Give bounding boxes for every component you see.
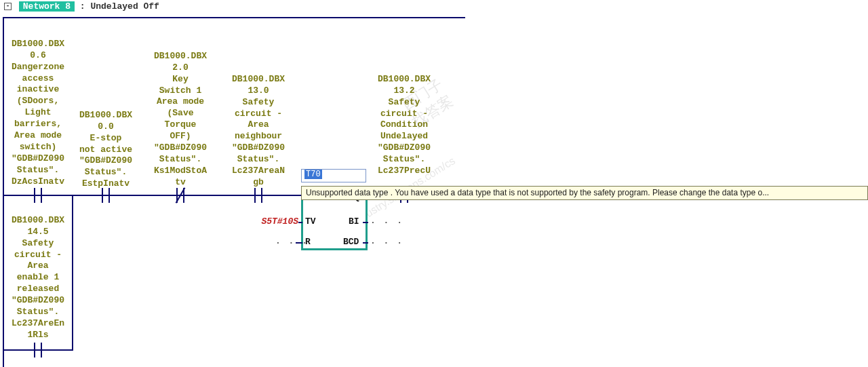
label-c2: DB1000.DBX 0.0 E-stop not active "GDB#DZ… bbox=[68, 110, 143, 190]
timer-operand-value: T70 bbox=[304, 170, 322, 179]
dots-bi: . . . bbox=[370, 216, 403, 227]
dots-r: . . . bbox=[275, 236, 309, 248]
stub-tv bbox=[298, 222, 302, 223]
network-header: - Network 8 : Undelayed Off bbox=[0, 0, 868, 14]
contact-dzacsinatv[interactable] bbox=[24, 188, 52, 203]
stub-bcd bbox=[363, 242, 368, 244]
label-c1: DB1000.DBX 0.6 Dangerzone access inactiv… bbox=[1, 39, 75, 188]
error-tooltip-text: Unsupported data type . You have used a … bbox=[306, 188, 769, 197]
label-c5: DB1000.DBX 13.2 Safety circuit - Conditi… bbox=[367, 74, 441, 177]
label-c3: DB1000.DBX 2.0 Key Switch 1 Area mode (S… bbox=[143, 51, 218, 189]
contact-lc237areen1rls[interactable] bbox=[24, 343, 52, 358]
network-label[interactable]: Network 8 bbox=[19, 1, 75, 12]
timer-tv-const: S5T#10S bbox=[248, 216, 298, 228]
header-sep: : bbox=[80, 1, 85, 12]
contact-estpinatv[interactable] bbox=[92, 188, 119, 203]
timer-pin-bi: BI bbox=[349, 216, 359, 228]
contact-lc237areangb[interactable] bbox=[245, 188, 272, 203]
label-c6: DB1000.DBX 14.5 Safety circuit - Area en… bbox=[1, 215, 75, 341]
timer-pin-bcd: BCD bbox=[343, 237, 359, 248]
dots-bcd: . . . bbox=[370, 236, 403, 248]
stub-bi bbox=[363, 222, 368, 223]
timer-operand-input[interactable]: T70 bbox=[301, 169, 366, 182]
label-c4: DB1000.DBX 13.0 Safety circuit - Area ne… bbox=[221, 74, 296, 189]
timer-pin-tv: TV bbox=[305, 216, 316, 228]
error-tooltip: Unsupported data type . You have used a … bbox=[301, 186, 868, 201]
contact-ks1modstoatv[interactable] bbox=[167, 188, 194, 203]
collapse-icon[interactable]: - bbox=[4, 3, 12, 10]
network-title: Undelayed Off bbox=[90, 1, 159, 12]
ladder-canvas[interactable]: 西门子 找答案 support.industry.siemens.com/cs … bbox=[3, 17, 465, 367]
